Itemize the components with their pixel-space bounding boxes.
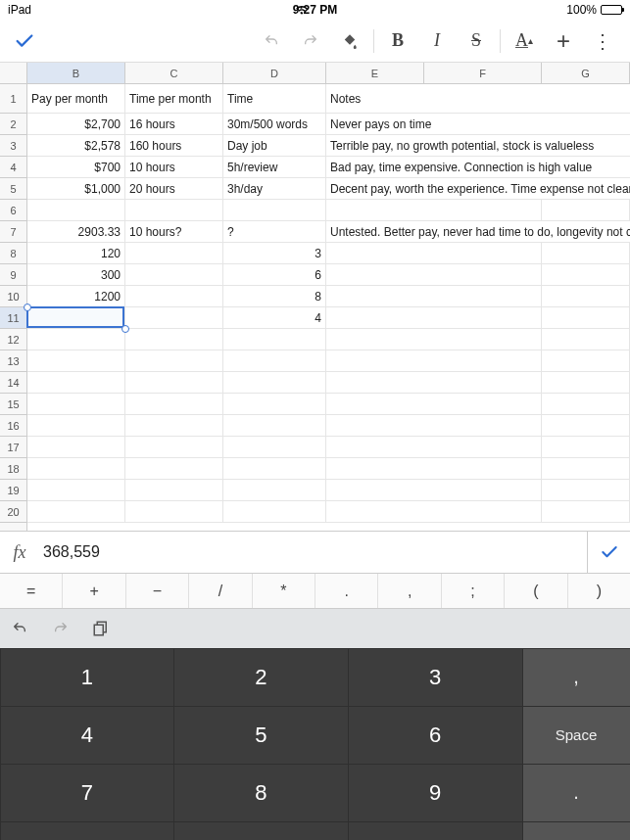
cell-C11[interactable] xyxy=(125,307,223,328)
cell-D13[interactable] xyxy=(223,350,326,371)
cell-C8[interactable] xyxy=(125,243,223,263)
cells-area[interactable]: Pay per monthTime per monthTimeNotes$2,7… xyxy=(27,84,630,531)
cell-E14[interactable] xyxy=(326,372,630,393)
cell-E2[interactable]: Never pays on time xyxy=(326,114,630,134)
cell-C7[interactable]: 10 hours? xyxy=(125,221,223,242)
cell-D5[interactable]: 3h/day xyxy=(223,178,326,199)
row-header-12[interactable]: 12 xyxy=(0,329,26,350)
numkey-2[interactable]: 2 xyxy=(174,649,348,706)
row-header-18[interactable]: 18 xyxy=(0,458,26,480)
operator-key-/[interactable]: / xyxy=(189,574,252,608)
cell-E12[interactable] xyxy=(326,329,630,350)
cell-B4[interactable]: $700 xyxy=(27,157,125,177)
cell-B15[interactable] xyxy=(27,394,125,414)
row-header-3[interactable]: 3 xyxy=(0,135,26,157)
operator-key-+[interactable]: + xyxy=(63,574,125,608)
cell-E18[interactable] xyxy=(326,458,630,479)
operator-key-*[interactable]: * xyxy=(253,574,315,608)
cell-C16[interactable] xyxy=(125,415,223,436)
sidekey-enter[interactable]: Enter xyxy=(523,822,630,841)
cell-C13[interactable] xyxy=(125,350,223,371)
cell-E15[interactable] xyxy=(326,394,630,414)
globe-key[interactable] xyxy=(1,822,174,841)
cell-C17[interactable] xyxy=(125,437,223,457)
cell-C3[interactable]: 160 hours xyxy=(125,135,223,156)
cell-C6[interactable] xyxy=(125,200,223,220)
cell-C1[interactable]: Time per month xyxy=(125,84,223,113)
cell-E9[interactable] xyxy=(326,264,630,285)
text-format-button[interactable]: A▴ xyxy=(505,20,544,63)
kbd-copy-button[interactable] xyxy=(92,620,110,637)
cell-B14[interactable] xyxy=(27,372,125,393)
cell-C15[interactable] xyxy=(125,394,223,414)
cell-E4[interactable]: Bad pay, time expensive. Connection is h… xyxy=(326,157,630,177)
column-header-B[interactable]: B xyxy=(27,63,125,83)
cell-B1[interactable]: Pay per month xyxy=(27,84,125,113)
cell-E11[interactable] xyxy=(326,307,630,328)
cell-D9[interactable]: 6 xyxy=(223,264,326,285)
cell-B6[interactable] xyxy=(27,200,125,220)
backspace-key[interactable] xyxy=(349,822,522,841)
cell-D1[interactable]: Time xyxy=(223,84,326,113)
sidekey-,[interactable]: , xyxy=(523,649,630,706)
operator-key-)[interactable]: ) xyxy=(568,574,630,608)
column-header-D[interactable]: D xyxy=(223,63,326,83)
row-header-7[interactable]: 7 xyxy=(0,221,26,243)
row-header-14[interactable]: 14 xyxy=(0,372,26,394)
cell-B8[interactable]: 120 xyxy=(27,243,125,263)
cell-D7[interactable]: ? xyxy=(223,221,326,242)
cell-D15[interactable] xyxy=(223,394,326,414)
numkey-8[interactable]: 8 xyxy=(174,765,348,821)
column-header-G[interactable]: G xyxy=(542,63,630,83)
row-header-13[interactable]: 13 xyxy=(0,350,26,372)
cell-D16[interactable] xyxy=(223,415,326,436)
undo-button[interactable] xyxy=(252,20,291,63)
row-header-15[interactable]: 15 xyxy=(0,394,26,415)
cell-B7[interactable]: 2903.33 xyxy=(27,221,125,242)
row-header-1[interactable]: 1 xyxy=(0,84,26,114)
operator-key-=[interactable]: = xyxy=(0,574,63,608)
column-header-F[interactable]: F xyxy=(424,63,542,83)
cell-C4[interactable]: 10 hours xyxy=(125,157,223,177)
formula-confirm-button[interactable] xyxy=(587,532,630,573)
numkey-5[interactable]: 5 xyxy=(174,707,348,764)
cell-E13[interactable] xyxy=(326,350,630,371)
cell-B11[interactable] xyxy=(27,307,125,328)
row-header-9[interactable]: 9 xyxy=(0,264,26,286)
corner-cell[interactable] xyxy=(0,63,27,83)
operator-key-;[interactable]: ; xyxy=(442,574,505,608)
cell-B20[interactable] xyxy=(27,501,125,522)
cell-E5[interactable]: Decent pay, worth the experience. Time e… xyxy=(326,178,630,199)
cell-E3[interactable]: Terrible pay, no growth potential, stock… xyxy=(326,135,630,156)
column-header-C[interactable]: C xyxy=(125,63,223,83)
cell-C18[interactable] xyxy=(125,458,223,479)
cell-D14[interactable] xyxy=(223,372,326,393)
row-header-10[interactable]: 10 xyxy=(0,286,26,307)
numkey-4[interactable]: 4 xyxy=(1,707,174,764)
cell-C19[interactable] xyxy=(125,480,223,500)
cell-C10[interactable] xyxy=(125,286,223,306)
cell-D2[interactable]: 30m/500 words xyxy=(223,114,326,134)
column-header-E[interactable]: E xyxy=(326,63,424,83)
numkey-0[interactable]: 0 xyxy=(174,822,348,841)
cell-C5[interactable]: 20 hours xyxy=(125,178,223,199)
cell-D17[interactable] xyxy=(223,437,326,457)
operator-key-.[interactable]: . xyxy=(315,574,378,608)
cell-B17[interactable] xyxy=(27,437,125,457)
cell-B5[interactable]: $1,000 xyxy=(27,178,125,199)
fill-color-button[interactable] xyxy=(330,20,369,63)
cell-D11[interactable]: 4 xyxy=(223,307,326,328)
cell-C14[interactable] xyxy=(125,372,223,393)
row-header-4[interactable]: 4 xyxy=(0,157,26,178)
cell-E19[interactable] xyxy=(326,480,630,500)
formula-input[interactable]: 368,559 xyxy=(39,543,587,561)
cell-D6[interactable] xyxy=(223,200,326,220)
cell-E20[interactable] xyxy=(326,501,630,522)
cell-D4[interactable]: 5h/review xyxy=(223,157,326,177)
numkey-9[interactable]: 9 xyxy=(349,765,522,821)
row-header-6[interactable]: 6 xyxy=(0,200,26,221)
more-button[interactable]: ⋮ xyxy=(583,20,622,63)
cell-B12[interactable] xyxy=(27,329,125,350)
numkey-7[interactable]: 7 xyxy=(1,765,174,821)
spreadsheet[interactable]: BCDEFG 1234567891011121314151617181920 P… xyxy=(0,63,630,531)
